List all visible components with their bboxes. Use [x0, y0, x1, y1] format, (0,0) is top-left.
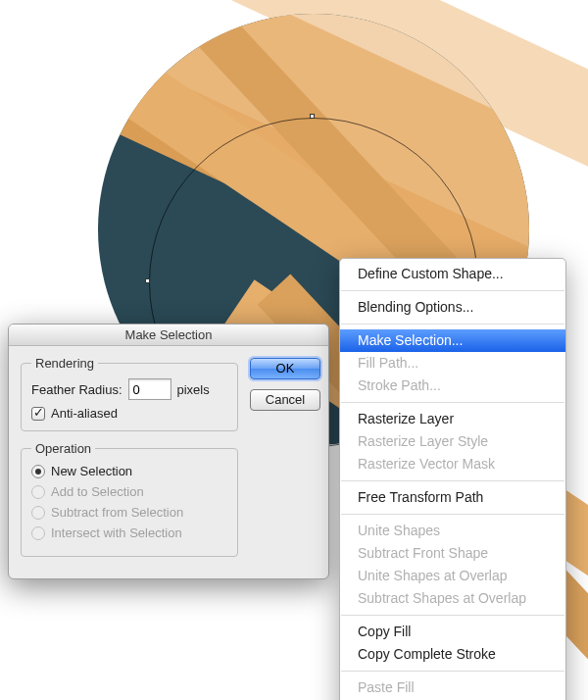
operation-option-intersect: Intersect with Selection — [31, 525, 227, 540]
operation-legend: Operation — [31, 441, 95, 456]
menu-separator — [341, 402, 564, 403]
dialog-title: Make Selection — [9, 325, 328, 346]
antialias-checkbox[interactable] — [31, 407, 45, 421]
cancel-button[interactable]: Cancel — [250, 389, 320, 411]
context-menu: Define Custom Shape...Blending Options..… — [339, 258, 566, 700]
rendering-group: Rendering Feather Radius: pixels Anti-al… — [21, 356, 238, 431]
operation-label: Subtract from Selection — [51, 505, 183, 520]
menu-item[interactable]: Copy Fill — [340, 621, 565, 643]
menu-separator — [341, 324, 564, 325]
menu-separator — [341, 480, 564, 481]
feather-radius-input[interactable] — [128, 378, 172, 400]
menu-item[interactable]: Copy Complete Stroke — [340, 643, 565, 666]
antialias-label: Anti-aliased — [51, 406, 118, 421]
menu-item: Subtract Shapes at Overlap — [340, 587, 565, 610]
rendering-legend: Rendering — [31, 356, 98, 371]
operation-radio[interactable] — [31, 465, 45, 478]
feather-label: Feather Radius: — [31, 382, 122, 397]
operation-label: Intersect with Selection — [51, 525, 182, 540]
feather-unit: pixels — [177, 382, 210, 397]
menu-separator — [341, 514, 564, 515]
operation-radio — [31, 506, 45, 520]
ok-button[interactable]: OK — [250, 358, 320, 379]
operation-label: New Selection — [51, 464, 132, 478]
operation-group: Operation New Selection Add to Selection… — [21, 441, 238, 557]
menu-item[interactable]: Rasterize Layer — [340, 408, 565, 430]
menu-item[interactable]: Free Transform Path — [340, 486, 565, 509]
menu-item: Rasterize Layer Style — [340, 430, 565, 453]
operation-option-add: Add to Selection — [31, 484, 227, 499]
anchor-point[interactable] — [310, 114, 315, 119]
menu-item[interactable]: Make Selection... — [340, 329, 565, 352]
make-selection-dialog: Make Selection Rendering Feather Radius:… — [8, 324, 329, 579]
menu-separator — [341, 290, 564, 291]
menu-item[interactable]: Blending Options... — [340, 296, 565, 319]
menu-item: Subtract Front Shape — [340, 542, 565, 565]
menu-item: Unite Shapes — [340, 520, 565, 542]
operation-radio — [31, 485, 45, 499]
operation-option-new[interactable]: New Selection — [31, 464, 227, 478]
menu-item: Paste Fill — [340, 676, 565, 699]
menu-item: Rasterize Vector Mask — [340, 453, 565, 475]
operation-option-subtract: Subtract from Selection — [31, 505, 227, 520]
menu-separator — [341, 671, 564, 672]
operation-label: Add to Selection — [51, 484, 144, 499]
menu-item: Fill Path... — [340, 352, 565, 375]
menu-item: Stroke Path... — [340, 375, 565, 397]
menu-item: Unite Shapes at Overlap — [340, 565, 565, 587]
operation-radio — [31, 526, 45, 540]
anchor-point[interactable] — [145, 278, 150, 283]
menu-separator — [341, 615, 564, 616]
menu-item[interactable]: Define Custom Shape... — [340, 263, 565, 285]
